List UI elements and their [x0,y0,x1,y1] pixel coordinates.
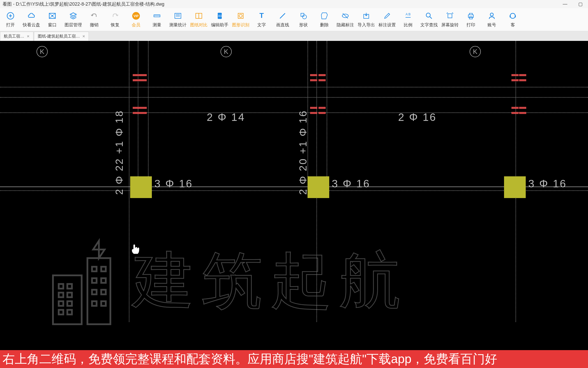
document-tab[interactable]: 图纸-建筑起航员工宿…× [34,32,89,41]
mark-settings-icon [383,11,392,20]
column-marker [308,176,329,198]
maximize-button[interactable]: ▢ [575,1,585,7]
rebar-label: 2 Φ 14 [207,111,245,123]
tool-label: 画直线 [276,22,289,28]
tool-label: 窗口 [48,22,57,28]
title-bar: 看图 - D:\工作\YS\线上\筑梦起航\2022-8-27\图纸-建筑起航员… [0,0,588,8]
detail-mark [519,112,526,114]
svg-point-25 [510,13,515,18]
svg-rect-30 [59,284,63,289]
svg-rect-42 [92,290,97,294]
find-icon [424,11,434,20]
account-button[interactable]: 账号 [481,8,502,31]
tab-close-icon[interactable]: × [82,34,85,39]
file-icon [6,11,15,20]
detail-mark [511,112,519,114]
edit-button[interactable]: DEE编辑助手 [209,8,230,31]
open-button[interactable]: 打开 [0,8,21,31]
cloud-button[interactable]: 快看云盘 [21,8,42,31]
document-tab[interactable]: 航员工宿…× [0,32,33,41]
tool-label: 文字查找 [420,22,438,28]
detail-mark [310,112,317,114]
marksettings-button[interactable]: 标注设置 [377,8,398,31]
window-button[interactable]: 窗口 [42,8,63,31]
compare-icon [194,11,203,20]
window-title: 看图 - D:\工作\YS\线上\筑梦起航\2022-8-27\图纸-建筑起航员… [3,1,164,7]
hide-button[interactable]: 隐藏标注 [335,8,356,31]
service-button[interactable]: 客 [502,8,523,31]
compare-button[interactable]: 图纸对比 [188,8,209,31]
tool-label: 图形识别 [232,22,249,28]
recognize-icon [236,11,245,20]
detail-mark [310,107,317,109]
tool-label: 撤销 [90,22,99,28]
axis-label-k: K [36,46,48,57]
tab-bar: 航员工宿…×图纸-建筑起航员工宿…× [0,31,588,41]
tool-label: 客 [511,22,515,28]
rotate-button[interactable]: 屏幕旋转 [439,8,460,31]
detail-mark [140,107,147,109]
grid-line-v [148,41,149,187]
svg-rect-31 [67,284,72,289]
text-icon: T [257,11,266,20]
minimize-button[interactable]: — [560,1,570,7]
tool-label: 导入导出 [358,22,375,28]
watermark: 建筑起航 [46,235,408,327]
service-icon [508,11,517,20]
svg-rect-34 [59,301,63,306]
svg-rect-26 [510,15,511,17]
detail-mark [140,74,147,76]
svg-rect-7 [196,13,199,18]
tab-label: 图纸-建筑起航员工宿… [38,34,80,39]
tool-label: 屏幕旋转 [441,22,459,28]
detail-mark [310,74,317,76]
layers-button[interactable]: 图层管理 [63,8,84,31]
tool-label: 隐藏标注 [337,22,354,28]
layers-icon [69,11,78,20]
text-button[interactable]: T文字 [251,8,272,31]
grid-line-h [0,97,588,98]
measure-button[interactable]: 测量 [146,8,167,31]
detail-mark [133,112,140,114]
rebar-label: 3 Φ 16 [332,178,370,190]
tool-label: 测量统计 [169,22,187,28]
export-button[interactable]: 导入导出 [356,8,377,31]
svg-rect-27 [515,15,516,17]
svg-text:DEE: DEE [217,15,223,17]
grid-line-v [327,41,327,187]
svg-rect-41 [101,278,106,283]
redo-button[interactable]: 恢复 [105,8,126,31]
svg-rect-28 [53,275,82,324]
delete-button[interactable]: 删除 [314,8,335,31]
detail-mark [519,79,526,81]
tab-close-icon[interactable]: × [27,34,30,39]
undo-button[interactable]: 撤销 [84,8,105,31]
print-button[interactable]: 打印 [460,8,481,31]
tool-label: 恢复 [111,22,119,28]
building-icon [46,235,117,327]
find-button[interactable]: 文字查找 [419,8,439,31]
tool-label: 会员 [132,22,140,28]
detail-mark [519,74,526,76]
line-button[interactable]: 画直线 [272,8,293,31]
detail-mark [133,107,140,109]
drawing-canvas[interactable]: K K K 2 Φ 14 2 Φ 16 3 Φ 16 3 Φ 16 3 Φ 16… [0,41,588,350]
recognize-button[interactable]: 图形识别 [230,8,251,31]
tool-label: 编辑助手 [211,22,228,28]
window-controls: — ▢ [560,1,585,7]
detail-mark [133,79,140,81]
stats-button[interactable]: 测量统计 [167,8,188,31]
rotate-icon [445,11,455,20]
solid-line-h [0,187,588,187]
detail-mark [511,79,519,81]
svg-rect-45 [101,301,106,306]
tool-label: 形状 [299,22,308,28]
scale-button[interactable]: A:B比例 [398,8,419,31]
tool-label: 账号 [487,22,496,28]
svg-rect-8 [199,13,202,18]
svg-text:T: T [259,12,264,19]
svg-rect-22 [469,13,472,15]
vip-button[interactable]: VIP会员 [126,8,146,31]
shape-button[interactable]: 形状 [293,8,314,31]
tool-label: 测量 [153,22,161,28]
